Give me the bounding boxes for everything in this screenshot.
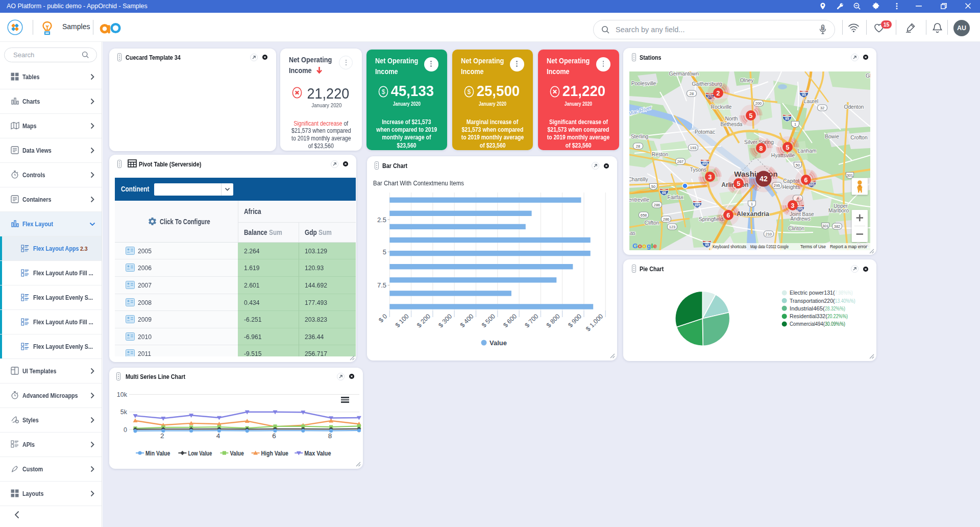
svg-text:6: 6 (272, 432, 276, 440)
svg-text:Industrial465(: Industrial465( (790, 305, 825, 312)
svg-text:301: 301 (847, 173, 853, 178)
svg-text:Laurel: Laurel (804, 99, 818, 104)
svg-text:5k: 5k (120, 409, 127, 416)
svg-text:193: 193 (690, 146, 697, 150)
svg-text:286: 286 (663, 217, 670, 222)
svg-text:32: 32 (820, 106, 824, 110)
svg-text:0: 0 (124, 426, 127, 433)
svg-text:5: 5 (749, 112, 753, 119)
svg-text:13.40%%): 13.40%%) (835, 298, 855, 304)
svg-text:Report a map error: Report a map error (830, 244, 867, 249)
svg-text:Residential332(: Residential332( (790, 313, 827, 319)
svg-text:4: 4 (216, 432, 220, 440)
svg-text:5: 5 (383, 248, 386, 256)
svg-text:Max Value: Max Value (304, 449, 331, 457)
svg-text:28: 28 (690, 91, 694, 96)
svg-text:$ 0: $ 0 (377, 313, 388, 324)
svg-text:$ 700: $ 700 (524, 313, 540, 329)
svg-text:301: 301 (822, 224, 829, 228)
svg-text:Commercial494(: Commercial494( (790, 321, 825, 327)
svg-text:Clinton: Clinton (788, 226, 804, 231)
svg-text:28.32%%): 28.32%%) (825, 305, 845, 312)
svg-text:495: 495 (702, 162, 708, 165)
svg-text:28: 28 (636, 144, 640, 149)
svg-text:Odenton: Odenton (844, 104, 864, 110)
svg-text:95: 95 (705, 243, 709, 247)
svg-text:2: 2 (717, 90, 720, 97)
svg-text:Crofton: Crofton (850, 135, 867, 140)
svg-text:8: 8 (328, 432, 332, 440)
svg-text:$ 800: $ 800 (545, 313, 561, 329)
svg-text:$ 300: $ 300 (437, 313, 453, 329)
svg-text:50: 50 (651, 184, 655, 189)
svg-text:Andrews: Andrews (790, 216, 811, 222)
svg-text:Low Value: Low Value (188, 449, 212, 457)
svg-text:$ 400: $ 400 (459, 313, 475, 329)
svg-text:6: 6 (804, 177, 808, 184)
svg-text:Map data ©2022 Google: Map data ©2022 Google (750, 244, 789, 249)
svg-text:395: 395 (694, 203, 700, 207)
svg-text:5: 5 (786, 144, 790, 151)
svg-text:Sterling: Sterling (631, 134, 649, 139)
svg-text:High Value: High Value (261, 449, 288, 457)
svg-text:30.09%%): 30.09%%) (825, 321, 845, 327)
svg-text:Olney: Olney (740, 78, 754, 83)
svg-text:210: 210 (766, 232, 772, 236)
svg-text:$ 600: $ 600 (502, 313, 518, 329)
svg-text:Bowie: Bowie (825, 134, 839, 139)
svg-text:286: 286 (654, 203, 660, 207)
svg-text:Value: Value (230, 449, 243, 457)
svg-text:8: 8 (760, 145, 763, 152)
svg-text:Clifton: Clifton (645, 220, 659, 226)
svg-text:Rockville: Rockville (711, 104, 732, 110)
svg-text:7.98%%): 7.98%%) (835, 290, 853, 296)
svg-text:$ 500: $ 500 (480, 313, 497, 329)
svg-text:2.5: 2.5 (377, 216, 386, 224)
svg-text:Germantown: Germantown (669, 71, 699, 77)
svg-text:20.22%%): 20.22%%) (827, 313, 848, 319)
svg-text:North: North (725, 116, 738, 122)
svg-text:382: 382 (834, 224, 841, 229)
svg-text:1: 1 (794, 122, 796, 127)
svg-text:$ 100: $ 100 (394, 313, 410, 329)
svg-text:Chantilly: Chantilly (629, 177, 648, 182)
svg-text:Terms of Use: Terms of Use (800, 244, 826, 249)
svg-text:267: 267 (677, 159, 684, 164)
svg-text:Centreville: Centreville (629, 197, 649, 203)
svg-text:$ 1,000: $ 1,000 (584, 313, 604, 332)
svg-text:6: 6 (727, 212, 730, 219)
svg-text:95: 95 (785, 117, 789, 121)
svg-text:123: 123 (669, 225, 676, 229)
svg-text:Potomac: Potomac (695, 129, 715, 135)
svg-text:Transportation220(: Transportation220( (790, 298, 835, 304)
svg-text:7.5: 7.5 (377, 281, 386, 289)
svg-text:658: 658 (641, 213, 647, 218)
svg-text:95: 95 (802, 93, 806, 97)
svg-text:$: $ (822, 26, 824, 30)
svg-text:3: 3 (708, 174, 712, 181)
svg-text:$ 900: $ 900 (567, 313, 583, 329)
svg-text:Lanham: Lanham (798, 148, 817, 154)
svg-text:Mac River: Mac River (629, 104, 653, 117)
svg-text:Alexandria: Alexandria (737, 210, 770, 218)
svg-text:1: 1 (751, 202, 753, 206)
svg-text:200: 200 (755, 101, 762, 106)
svg-text:Fairfax: Fairfax (667, 195, 683, 200)
svg-text:Poolesville: Poolesville (631, 81, 656, 86)
svg-text:Value: Value (489, 339, 507, 347)
svg-text:$ 200: $ 200 (415, 313, 432, 329)
svg-text:2: 2 (160, 432, 164, 440)
svg-text:5: 5 (737, 180, 741, 187)
svg-text:sas: sas (629, 230, 635, 236)
svg-text:10k: 10k (116, 391, 127, 398)
svg-text:Min Value: Min Value (145, 449, 170, 457)
svg-text:Gl: Gl (866, 73, 870, 79)
svg-text:66: 66 (662, 191, 666, 195)
svg-text:Electric power131(: Electric power131( (790, 290, 835, 296)
svg-text:Keyboard shortcuts: Keyboard shortcuts (713, 244, 746, 249)
svg-text:Marlboro: Marlboro (828, 208, 849, 213)
svg-text:42: 42 (760, 175, 768, 183)
svg-text:Google: Google (632, 242, 657, 250)
svg-text:3: 3 (791, 202, 795, 209)
svg-text:Reston: Reston (652, 152, 668, 157)
